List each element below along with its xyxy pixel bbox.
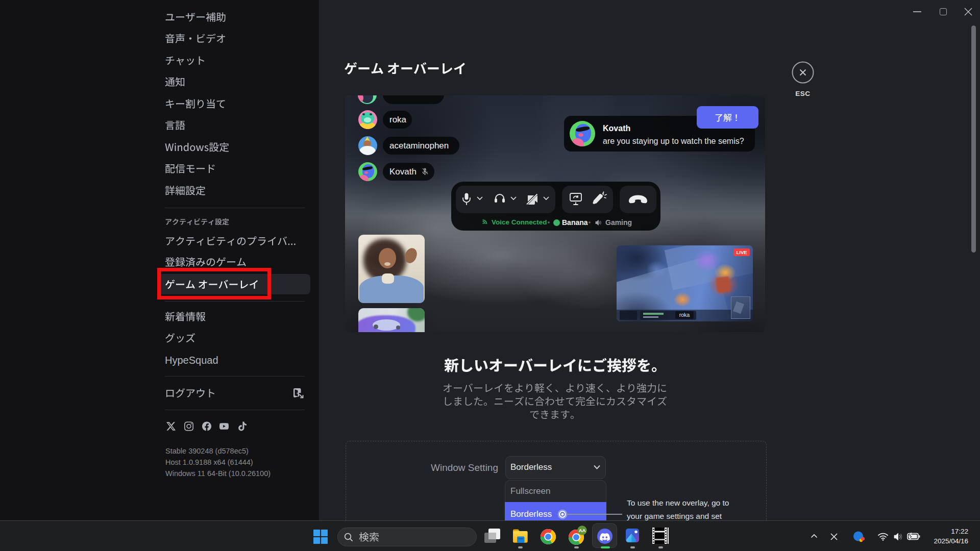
svg-text:AA: AA bbox=[579, 528, 586, 533]
